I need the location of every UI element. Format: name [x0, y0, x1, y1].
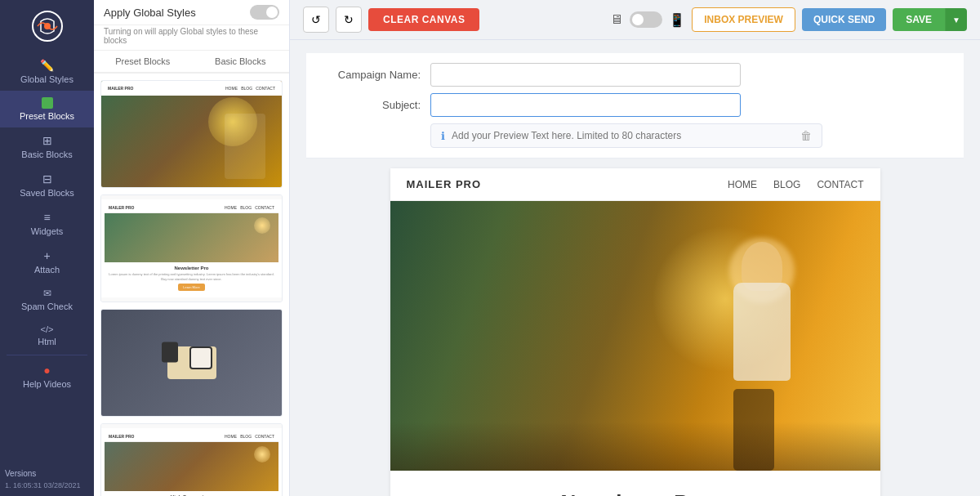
- redo-icon: ↻: [344, 13, 354, 26]
- email-canvas: MAILER PRO HOME BLOG CONTACT: [390, 168, 880, 496]
- nav-link-blog[interactable]: BLOG: [773, 179, 800, 190]
- sidebar-item-basic-blocks[interactable]: ⊞ Basic Blocks: [0, 127, 94, 166]
- preview-text-row: ℹ 🗑: [323, 123, 947, 148]
- email-editor: Campaign Name: Subject: ℹ 🗑 MAILER PRO: [290, 40, 980, 496]
- blocks-list: MAILER PRO HOME BLOG CONTACT MAILER PRO …: [94, 74, 289, 496]
- sidebar-item-global-styles[interactable]: ✏️ Global Styles: [0, 52, 94, 91]
- mobile-icon[interactable]: 📱: [669, 12, 685, 28]
- versions-item: 1. 16:05:31 03/28/2021: [5, 481, 89, 489]
- global-styles-toggle[interactable]: [250, 5, 279, 20]
- preview-text-input[interactable]: [452, 130, 794, 141]
- widgets-icon: ≡: [43, 211, 50, 224]
- sidebar-item-widgets[interactable]: ≡ Widgets: [0, 204, 94, 243]
- spam-icon: ✉: [43, 288, 51, 299]
- clear-canvas-button[interactable]: CLEAR CANVAS: [368, 8, 479, 31]
- grid-icon: ⊞: [42, 134, 52, 147]
- save-button[interactable]: SAVE: [893, 8, 945, 31]
- preset-icon: [42, 97, 53, 109]
- subject-input[interactable]: [430, 93, 741, 117]
- layers-icon: ⊟: [42, 172, 52, 185]
- inbox-preview-button[interactable]: INBOX PREVIEW: [692, 7, 795, 32]
- sidebar: ✏️ Global Styles Preset Blocks ⊞ Basic B…: [0, 0, 94, 496]
- sidebar-item-spam-check[interactable]: ✉ Spam Check: [0, 281, 94, 318]
- versions-label: Versions: [5, 469, 89, 478]
- trash-icon[interactable]: 🗑: [800, 129, 812, 142]
- campaign-fields: Campaign Name: Subject: ℹ 🗑: [306, 53, 964, 159]
- sidebar-item-attach[interactable]: + Attach: [0, 243, 94, 281]
- global-styles-subtitle: Turning on will apply Global styles to t…: [94, 25, 289, 51]
- hero-dark-overlay: [390, 422, 880, 471]
- email-body-title: Newsletter Pro: [423, 490, 848, 496]
- sidebar-item-saved-blocks[interactable]: ⊟ Saved Blocks: [0, 166, 94, 204]
- block-item-newsletter-pro[interactable]: MAILER PRO HOME BLOG CONTACT Newsletter …: [100, 194, 283, 302]
- global-styles-row: Apply Global Styles: [94, 0, 289, 25]
- email-brand: MAILER PRO: [407, 178, 482, 190]
- sidebar-item-html[interactable]: </> Html: [0, 318, 94, 353]
- sidebar-item-help-videos[interactable]: ● Help Videos: [0, 357, 94, 395]
- email-nav-links: HOME BLOG CONTACT: [728, 179, 863, 190]
- block-item-high-conversions[interactable]: MAILER PRO HOME BLOG CONTACT High Conver…: [100, 423, 283, 496]
- code-icon: </>: [41, 324, 54, 334]
- nav-link-home[interactable]: HOME: [728, 179, 757, 190]
- campaign-name-label: Campaign Name:: [323, 69, 421, 81]
- blocks-panel: Apply Global Styles Turning on will appl…: [94, 0, 290, 496]
- tab-preset-blocks[interactable]: Preset Blocks: [94, 51, 192, 74]
- versions-section: Versions 1. 16:05:31 03/28/2021: [0, 462, 94, 496]
- email-hero: [390, 201, 880, 471]
- toolbar: ↺ ↻ CLEAR CANVAS 🖥 📱 INBOX PREVIEW QUICK…: [290, 0, 980, 40]
- undo-button[interactable]: ↺: [303, 7, 329, 33]
- preview-text-container: ℹ 🗑: [430, 123, 822, 148]
- block-preview-coffee-table: [101, 310, 282, 416]
- campaign-name-input[interactable]: [430, 63, 741, 87]
- email-nav: MAILER PRO HOME BLOG CONTACT: [390, 168, 880, 201]
- block-preview-hero: MAILER PRO HOME BLOG CONTACT: [101, 81, 282, 187]
- redo-button[interactable]: ↻: [336, 7, 362, 33]
- email-body-section: Newsletter Pro: [390, 471, 880, 496]
- block-preview-high-conversions: MAILER PRO HOME BLOG CONTACT High Conver…: [101, 424, 282, 496]
- device-switch[interactable]: [630, 11, 662, 28]
- tab-basic-blocks[interactable]: Basic Blocks: [192, 51, 290, 74]
- subject-label: Subject:: [323, 99, 421, 111]
- quick-send-button[interactable]: QUICK SEND: [802, 8, 886, 31]
- subject-row: Subject:: [323, 93, 947, 117]
- sidebar-item-preset-blocks[interactable]: Preset Blocks: [0, 91, 94, 127]
- block-preview-newsletter-pro: MAILER PRO HOME BLOG CONTACT Newsletter …: [101, 195, 282, 302]
- pencil-icon: ✏️: [40, 59, 54, 72]
- global-styles-label: Apply Global Styles: [104, 7, 196, 19]
- block-item-hero[interactable]: MAILER PRO HOME BLOG CONTACT: [100, 80, 283, 188]
- save-group: SAVE ▼: [893, 8, 967, 31]
- undo-icon: ↺: [311, 13, 321, 26]
- info-icon: ℹ: [441, 130, 445, 142]
- campaign-name-row: Campaign Name:: [323, 63, 947, 87]
- desktop-icon[interactable]: 🖥: [610, 12, 623, 27]
- help-videos-icon: ●: [43, 364, 50, 377]
- sidebar-divider: [7, 355, 87, 355]
- main-content: ↺ ↻ CLEAR CANVAS 🖥 📱 INBOX PREVIEW QUICK…: [290, 0, 980, 496]
- nav-link-contact[interactable]: CONTACT: [817, 179, 863, 190]
- block-item-coffee-table[interactable]: [100, 309, 283, 417]
- device-toggle: 🖥 📱: [610, 11, 685, 28]
- section-tabs: Preset Blocks Basic Blocks: [94, 51, 289, 74]
- app-logo: [0, 0, 94, 52]
- save-dropdown-button[interactable]: ▼: [945, 8, 967, 31]
- attach-icon: +: [43, 249, 50, 262]
